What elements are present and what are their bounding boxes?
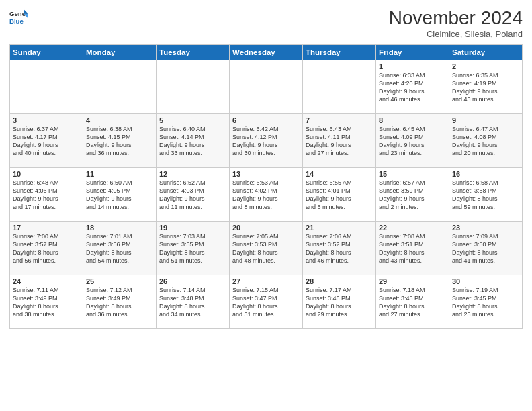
day-info: Sunrise: 6:48 AM [13,179,80,187]
day-info: Sunrise: 7:08 AM [379,232,446,240]
day-info: Sunrise: 6:45 AM [379,125,446,133]
day-info: Daylight: 8 hours [452,302,519,310]
day-info: Daylight: 8 hours [232,248,300,257]
day-info: Sunset: 4:05 PM [86,187,153,195]
day-number: 18 [86,224,153,232]
day-info: and 41 minutes. [452,257,519,265]
header-saturday: Saturday [449,44,523,60]
day-number: 27 [232,277,300,285]
day-number: 3 [13,116,80,124]
table-row: 28Sunrise: 7:17 AMSunset: 3:46 PMDayligh… [303,275,376,328]
day-info: Sunset: 3:58 PM [452,187,519,195]
table-row [230,60,303,113]
day-info: Sunrise: 7:17 AM [306,286,373,294]
day-info: Daylight: 9 hours [13,141,80,149]
day-info: Daylight: 8 hours [379,302,446,310]
day-info: Daylight: 9 hours [159,141,226,149]
day-info: Daylight: 9 hours [86,141,153,149]
day-info: Sunrise: 6:43 AM [306,125,373,133]
day-info: Sunset: 3:55 PM [159,240,226,248]
table-row: 16Sunrise: 6:58 AMSunset: 3:58 PMDayligh… [449,167,523,221]
day-info: Sunset: 4:01 PM [306,187,373,195]
table-row: 23Sunrise: 7:09 AMSunset: 3:50 PMDayligh… [449,221,523,275]
day-info: Sunrise: 6:35 AM [452,71,519,79]
day-info: Sunrise: 6:57 AM [379,179,446,187]
day-info: Sunrise: 6:42 AM [232,125,300,133]
day-number: 11 [86,170,153,178]
table-row: 25Sunrise: 7:12 AMSunset: 3:49 PMDayligh… [83,275,157,328]
page-title: November 2024 [389,8,523,29]
day-info: and 20 minutes. [452,149,519,157]
day-info: and 51 minutes. [159,257,226,265]
header-sunday: Sunday [10,44,83,60]
day-info: Sunset: 3:52 PM [306,240,373,248]
day-info: Sunrise: 7:15 AM [232,286,300,294]
day-info: Daylight: 8 hours [452,248,519,257]
day-info: Sunset: 3:59 PM [379,187,446,195]
day-info: Sunset: 3:56 PM [86,240,153,248]
day-info: Daylight: 8 hours [379,248,446,257]
day-info: Daylight: 8 hours [86,248,153,257]
table-row: 18Sunrise: 7:01 AMSunset: 3:56 PMDayligh… [83,221,157,275]
table-row: 1Sunrise: 6:33 AMSunset: 4:20 PMDaylight… [376,60,449,113]
day-info: Sunset: 4:11 PM [306,133,373,141]
day-info: and 11 minutes. [159,203,226,211]
day-info: and 46 minutes. [306,257,373,265]
day-info: Daylight: 8 hours [13,302,80,310]
day-info: Sunset: 4:06 PM [13,187,80,195]
calendar-week-1: 1Sunrise: 6:33 AMSunset: 4:20 PMDaylight… [10,60,523,113]
day-info: Daylight: 9 hours [232,195,300,203]
day-info: Sunset: 3:51 PM [379,240,446,248]
day-number: 26 [159,277,226,285]
day-info: Sunset: 4:09 PM [379,133,446,141]
day-info: Daylight: 8 hours [232,302,300,310]
table-row: 5Sunrise: 6:40 AMSunset: 4:14 PMDaylight… [157,113,230,167]
day-info: and 36 minutes. [86,149,153,157]
day-info: and 25 minutes. [452,310,519,318]
day-info: Daylight: 9 hours [452,141,519,149]
table-row: 2Sunrise: 6:35 AMSunset: 4:19 PMDaylight… [449,60,523,113]
day-info: Sunrise: 6:40 AM [159,125,226,133]
day-info: Sunrise: 7:01 AM [86,232,153,240]
calendar-week-5: 24Sunrise: 7:11 AMSunset: 3:49 PMDayligh… [10,275,523,328]
day-info: Sunset: 3:45 PM [452,294,519,302]
day-info: Sunrise: 6:53 AM [232,179,300,187]
day-info: Daylight: 9 hours [452,87,519,95]
day-info: Sunrise: 7:09 AM [452,232,519,240]
day-info: Sunset: 3:53 PM [232,240,300,248]
day-number: 20 [232,224,300,232]
day-info: and 40 minutes. [13,149,80,157]
day-info: Sunset: 4:20 PM [379,79,446,87]
day-number: 19 [159,224,226,232]
table-row: 22Sunrise: 7:08 AMSunset: 3:51 PMDayligh… [376,221,449,275]
header-tuesday: Tuesday [157,44,230,60]
day-number: 30 [452,277,519,285]
day-info: and 54 minutes. [86,257,153,265]
day-info: and 8 minutes. [232,203,300,211]
table-row: 30Sunrise: 7:19 AMSunset: 3:45 PMDayligh… [449,275,523,328]
day-info: Sunset: 4:12 PM [232,133,300,141]
day-number: 12 [159,170,226,178]
header-monday: Monday [83,44,157,60]
day-info: Sunrise: 6:50 AM [86,179,153,187]
table-row: 6Sunrise: 6:42 AMSunset: 4:12 PMDaylight… [230,113,303,167]
day-info: Sunset: 3:49 PM [86,294,153,302]
day-info: Sunrise: 6:37 AM [13,125,80,133]
table-row: 19Sunrise: 7:03 AMSunset: 3:55 PMDayligh… [157,221,230,275]
day-number: 15 [379,170,446,178]
day-number: 21 [306,224,373,232]
day-info: Daylight: 8 hours [86,302,153,310]
day-info: Sunset: 3:49 PM [13,294,80,302]
day-info: Sunrise: 6:33 AM [379,71,446,79]
day-number: 7 [306,116,373,124]
title-section: November 2024 Cielmice, Silesia, Poland [389,8,523,39]
table-row: 9Sunrise: 6:47 AMSunset: 4:08 PMDaylight… [449,113,523,167]
day-info: and 59 minutes. [452,203,519,211]
day-info: and 36 minutes. [86,310,153,318]
day-info: and 17 minutes. [13,203,80,211]
day-number: 24 [13,277,80,285]
day-number: 4 [86,116,153,124]
day-info: and 27 minutes. [379,310,446,318]
day-number: 17 [13,224,80,232]
table-row: 15Sunrise: 6:57 AMSunset: 3:59 PMDayligh… [376,167,449,221]
